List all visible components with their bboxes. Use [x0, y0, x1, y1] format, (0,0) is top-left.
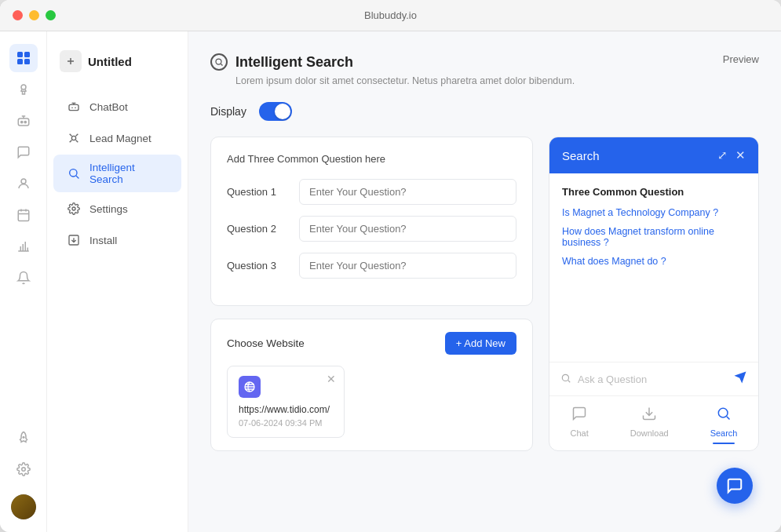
svg-point-7 [24, 121, 26, 122]
maximize-button[interactable] [46, 10, 56, 20]
chatbot-label: ChatBot [89, 101, 128, 113]
svg-point-14 [71, 107, 73, 109]
search-title-icon [210, 53, 228, 71]
fab-button[interactable] [717, 468, 753, 504]
add-new-button[interactable]: + Add New [445, 332, 516, 355]
sidebar: Untitled ChatBot Lead Magnet Intelligent… [47, 31, 188, 532]
toggle-knob [275, 104, 290, 119]
website-url: https://www.tidio.com/ [239, 404, 333, 415]
svg-point-6 [20, 121, 22, 122]
preview-card: Search ⤢ ✕ Three Common Question Is Magn… [549, 137, 759, 451]
logo-icon [60, 50, 82, 72]
preview-expand-icon[interactable]: ⤢ [717, 148, 728, 162]
avatar[interactable] [11, 494, 36, 519]
preview-close-icon[interactable]: ✕ [735, 148, 746, 162]
svg-point-21 [562, 374, 568, 381]
minimize-button[interactable] [29, 10, 39, 20]
content-title-block: Intelligent Search Lorem ipsum dolor sit… [210, 53, 723, 86]
sidebar-item-chatbot[interactable]: ChatBot [53, 92, 181, 122]
content-header: Intelligent Search Lorem ipsum dolor sit… [210, 53, 759, 86]
svg-rect-13 [69, 104, 78, 110]
question-3-label: Question 3 [227, 260, 290, 271]
search-tab-label: Search [710, 428, 738, 438]
rail-calendar-icon[interactable] [9, 201, 38, 229]
sidebar-item-lead-magnet[interactable]: Lead Magnet [53, 123, 181, 153]
svg-rect-1 [24, 52, 30, 57]
preview-input-row: Ask a Question [549, 363, 758, 396]
question-row-3: Question 3 [227, 253, 516, 279]
rail-settings-icon[interactable] [9, 455, 38, 483]
preview-question-3[interactable]: What does Magnet do ? [562, 256, 746, 267]
main-content: Intelligent Search Lorem ipsum dolor sit… [188, 31, 781, 532]
rail-chat-icon[interactable] [9, 138, 38, 166]
svg-point-11 [21, 468, 25, 472]
settings-label: Settings [89, 203, 128, 215]
preview-send-icon[interactable] [733, 370, 747, 388]
rail-bot-icon[interactable] [9, 107, 38, 135]
website-card: ✕ https://www.tidio.com/ 07-06-2024 09:3… [227, 366, 345, 438]
preview-tab-search[interactable]: Search [701, 403, 747, 447]
preview-tabs: Chat Download [549, 396, 758, 450]
question-3-input[interactable] [299, 253, 516, 279]
svg-point-10 [22, 436, 24, 439]
title-bar: Blubuddy.io [0, 0, 781, 31]
question-1-input[interactable] [299, 179, 516, 205]
choose-website-title: Choose Website [227, 337, 305, 349]
traffic-lights [13, 10, 56, 20]
install-label: Install [89, 235, 117, 246]
svg-point-22 [718, 408, 728, 417]
lead-magnet-icon [66, 130, 82, 146]
preview-label: Preview [723, 53, 759, 65]
question-2-label: Question 2 [227, 223, 290, 235]
window-title: Blubuddy.io [364, 9, 417, 21]
preview-common-title: Three Common Question [562, 186, 746, 198]
preview-input-placeholder[interactable]: Ask a Question [578, 373, 727, 385]
svg-rect-2 [17, 59, 23, 64]
sidebar-item-settings[interactable]: Settings [53, 194, 181, 224]
chat-tab-icon [571, 406, 587, 425]
sidebar-logo-text: Untitled [88, 55, 132, 68]
preview-question-2[interactable]: How does Magnet transform online busines… [562, 226, 746, 248]
install-icon [66, 232, 82, 248]
svg-point-4 [21, 85, 26, 89]
rail-bell-icon[interactable] [9, 264, 38, 292]
chat-tab-label: Chat [570, 428, 588, 438]
icon-rail [0, 31, 47, 532]
main-layout: Untitled ChatBot Lead Magnet Intelligent… [0, 31, 781, 532]
svg-point-16 [70, 169, 77, 177]
preview-body: Three Common Question Is Magnet a Techno… [549, 173, 758, 362]
rail-user-icon[interactable] [9, 169, 38, 198]
rail-rocket-icon[interactable] [9, 424, 38, 452]
svg-rect-9 [18, 210, 29, 221]
sidebar-item-intelligent-search[interactable]: Intelligent Search [53, 155, 181, 192]
download-tab-label: Download [630, 428, 669, 438]
svg-rect-0 [17, 52, 23, 57]
download-tab-icon [641, 406, 657, 425]
preview-tab-chat[interactable]: Chat [560, 403, 597, 447]
display-label: Display [210, 105, 246, 118]
left-panel: Add Three Common Question here Question … [210, 137, 533, 451]
search-tab-icon [716, 406, 732, 425]
svg-rect-5 [18, 118, 29, 126]
website-icon [239, 376, 261, 398]
choose-website-header: Choose Website + Add New [227, 332, 516, 355]
preview-tab-download[interactable]: Download [621, 403, 678, 447]
rail-chart-icon[interactable] [9, 232, 38, 261]
sidebar-item-install[interactable]: Install [53, 225, 181, 255]
lead-magnet-label: Lead Magnet [89, 133, 151, 144]
rail-bulb-icon[interactable] [9, 75, 38, 104]
svg-point-8 [21, 179, 26, 184]
svg-point-19 [216, 59, 221, 64]
question-2-input[interactable] [299, 216, 516, 242]
question-row-2: Question 2 [227, 216, 516, 242]
preview-search-icon-sm [560, 373, 571, 386]
rail-grid-icon[interactable] [9, 44, 38, 72]
sidebar-logo: Untitled [47, 44, 188, 91]
question-1-label: Question 1 [227, 186, 290, 198]
preview-question-1[interactable]: Is Magnet a Technology Company ? [562, 207, 746, 218]
display-toggle[interactable] [259, 102, 292, 121]
preview-footer: Ask a Question Chat [549, 362, 758, 450]
preview-header-icons: ⤢ ✕ [717, 148, 746, 162]
close-button[interactable] [13, 10, 23, 20]
website-close-button[interactable]: ✕ [325, 373, 338, 385]
